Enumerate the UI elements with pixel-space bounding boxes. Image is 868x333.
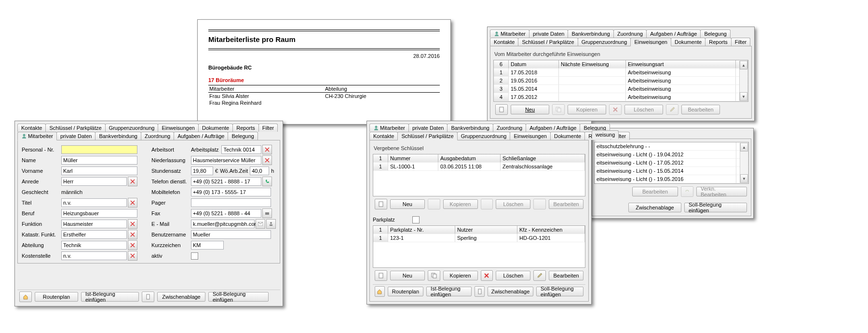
tab-reports[interactable]: Reports: [705, 38, 732, 46]
scrollbar[interactable]: ▲▼: [739, 61, 747, 101]
pager-field[interactable]: [191, 198, 271, 207]
tab-einweisungen[interactable]: Einweisungen: [158, 124, 199, 132]
col-art[interactable]: Einweisungsart: [626, 60, 736, 69]
tab-reports[interactable]: Reports: [232, 124, 259, 132]
niederlassung-field[interactable]: Hausmeisterservice Müller: [191, 156, 261, 165]
tab-mitarbeiter[interactable]: Mitarbeiter: [17, 132, 57, 140]
loeschen-button[interactable]: Löschen: [496, 271, 530, 280]
tab-gruppenzuordnung[interactable]: Gruppenzuordnung: [105, 124, 159, 132]
tab-mitarbeiter[interactable]: Mitarbeiter: [490, 29, 529, 38]
tab-aufgaben[interactable]: Aufgaben / Aufträge: [646, 29, 701, 38]
tab-aufgaben[interactable]: Aufgaben / Aufträge: [174, 132, 228, 140]
induct-grid[interactable]: 6 Datum Nächste Einweisung Einweisungsar…: [493, 60, 748, 102]
col-schliessanlage[interactable]: Schließanlage: [501, 154, 585, 163]
new-icon[interactable]: [375, 270, 387, 281]
tab-weisung-fragment[interactable]: weisung: [592, 130, 619, 139]
keys-grid[interactable]: 1 Nummer Ausgabedatum Schließanlage 1 SL…: [373, 154, 585, 196]
tab-gruppenzuordnung[interactable]: Gruppenzuordnung: [457, 132, 511, 140]
tab-belegung[interactable]: Belegung: [700, 29, 731, 38]
picker-icon[interactable]: [128, 251, 137, 261]
abteilung-field[interactable]: Technik: [61, 241, 127, 250]
zwischenablage-button[interactable]: Zwischenablage: [488, 287, 533, 296]
delete-icon[interactable]: [481, 270, 493, 281]
picker-icon[interactable]: [128, 230, 137, 239]
anrede-field[interactable]: Herr: [61, 177, 127, 186]
picker-icon[interactable]: [128, 240, 137, 250]
table-row[interactable]: 315.05.2014Arbeitseinweisung: [494, 85, 748, 93]
tab-private-daten[interactable]: private Daten: [529, 29, 568, 38]
tel-dienst-field[interactable]: +49 (0) 5221 - 8888 - 17: [191, 177, 261, 186]
tab-schluessel[interactable]: Schlüssel / Parkplätze: [397, 132, 457, 140]
beruf-field[interactable]: Heizungsbauer: [61, 209, 137, 218]
col-nummer[interactable]: Nummer: [388, 154, 438, 163]
neu-button[interactable]: Neu: [390, 199, 425, 209]
list-item[interactable]: eitseinweisung - Licht () - 17.05.2012: [595, 159, 748, 167]
tab-filter[interactable]: Filter: [731, 38, 750, 46]
parkplatz-checkbox[interactable]: [412, 216, 420, 223]
tab-dokumente[interactable]: Dokumente: [198, 124, 233, 132]
aktiv-checkbox[interactable]: [191, 252, 198, 260]
soll-belegung-button[interactable]: Soll-Belegung einfügen: [536, 287, 583, 296]
benutzername-field[interactable]: Mueller: [191, 230, 271, 239]
home-icon[interactable]: [375, 286, 385, 297]
list-item[interactable]: eitseinweisung - Licht () - 15.05.2014: [595, 167, 748, 175]
tab-zuordnung[interactable]: Zuordnung: [141, 132, 174, 140]
neu-button[interactable]: Neu: [390, 271, 425, 280]
bearbeiten-button[interactable]: Bearbeiten: [549, 271, 583, 280]
col-nutzer[interactable]: Nutzer: [455, 226, 517, 234]
tab-bankverbindung[interactable]: Bankverbindung: [447, 124, 493, 132]
tab-aufgaben[interactable]: Aufgaben / Aufträge: [526, 124, 580, 132]
arbeitsplatz-field[interactable]: Technik 0014: [221, 145, 261, 154]
col-ausgabedatum[interactable]: Ausgabedatum: [438, 154, 501, 163]
soll-belegung-button[interactable]: Soll-Belegung einfügen: [684, 203, 747, 212]
tab-einweisungen[interactable]: Einweisungen: [510, 132, 551, 140]
table-row[interactable]: 417.05.2012Arbeitseinweisung: [494, 93, 748, 101]
clipboard-icon[interactable]: [142, 291, 154, 302]
mobil-field[interactable]: +49 (0) 173 - 5555- 17: [191, 188, 271, 196]
table-row[interactable]: 1 123-1 Sperling HD-GO-1201: [373, 234, 585, 242]
tab-bankverbindung[interactable]: Bankverbindung: [95, 132, 141, 140]
col-naechste[interactable]: Nächste Einweisung: [559, 60, 626, 69]
kopieren-button[interactable]: Kopieren: [443, 271, 478, 280]
tab-mitarbeiter[interactable]: Mitarbeiter: [369, 124, 409, 132]
scrollbar[interactable]: ▲▼: [740, 143, 748, 183]
name-field[interactable]: Müller: [61, 156, 137, 165]
tab-filter[interactable]: Filter: [258, 124, 278, 132]
tab-kontakte[interactable]: Kontakte: [369, 132, 398, 140]
tab-dokumente[interactable]: Dokumente: [671, 38, 705, 46]
picker-icon[interactable]: [128, 177, 137, 186]
table-row[interactable]: 1 SL-1000-1 03.06.2015 11:08 Zentralschl…: [373, 163, 585, 171]
picker-icon[interactable]: [128, 219, 137, 229]
tab-zuordnung[interactable]: Zuordnung: [493, 124, 526, 132]
contact-icon[interactable]: [266, 219, 276, 229]
edit-icon[interactable]: [533, 270, 546, 281]
soll-belegung-button[interactable]: Soll-Belegung einfügen: [208, 292, 269, 302]
new-icon[interactable]: [495, 104, 508, 115]
park-grid[interactable]: 1 Parkplatz - Nr. Nutzer Kfz - Kennzeich…: [373, 225, 585, 268]
list-item[interactable]: eitsschutzbelehrung - -: [595, 142, 748, 151]
routenplan-button[interactable]: Routenplan: [35, 292, 78, 302]
funktion-field[interactable]: Hausmeister: [61, 220, 127, 228]
copy-icon[interactable]: [428, 270, 440, 281]
vorname-field[interactable]: Karl: [61, 166, 137, 175]
col-datum[interactable]: Datum: [509, 60, 559, 69]
phone-icon[interactable]: [262, 177, 272, 186]
routenplan-button[interactable]: Routenplan: [388, 287, 423, 296]
kostenstelle-field[interactable]: n.v.: [61, 251, 127, 260]
fax-icon[interactable]: [262, 208, 272, 218]
side-grid[interactable]: eitsschutzbelehrung - -eitseinweisung - …: [594, 142, 749, 184]
ist-belegung-button[interactable]: Ist-Belegung einfügen: [81, 292, 139, 302]
titel-field[interactable]: n.v.: [61, 198, 127, 207]
woarbzeit-field[interactable]: 40,0: [250, 166, 269, 175]
list-item[interactable]: eitseinweisung - Licht () - 19.05.2016: [595, 175, 748, 183]
table-row[interactable]: 219.05.2016Arbeitseinweisung: [494, 77, 748, 85]
tab-belegung[interactable]: Belegung: [228, 132, 258, 140]
fax-field[interactable]: +49 (0) 5221 - 8888 - 44: [191, 209, 261, 218]
picker-icon[interactable]: [128, 198, 137, 208]
tab-kontakte[interactable]: Kontakte: [490, 38, 518, 46]
tab-zuordnung[interactable]: Zuordnung: [613, 29, 647, 38]
picker-icon[interactable]: [262, 145, 272, 154]
stundensatz-field[interactable]: 19,80: [191, 166, 213, 175]
clipboard-icon[interactable]: [475, 286, 485, 297]
email-field[interactable]: k.mueller@pitcupgmbh.com: [191, 220, 255, 228]
